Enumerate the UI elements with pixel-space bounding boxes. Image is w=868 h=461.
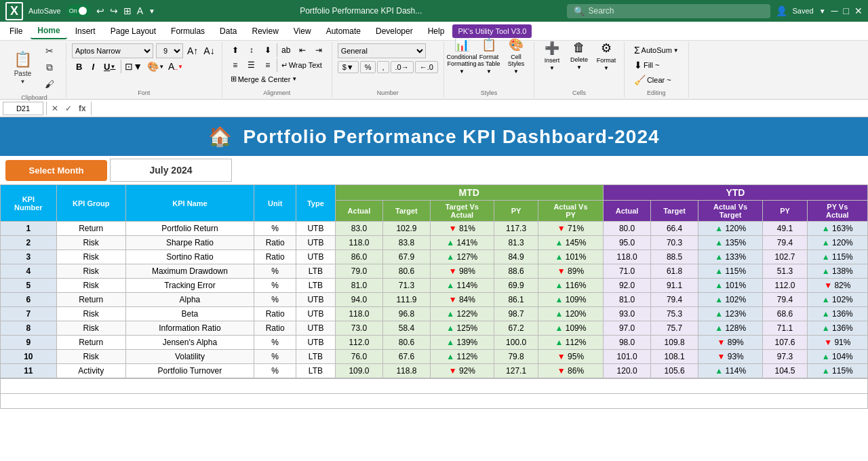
insert-dropdown[interactable]: ▼ (549, 65, 555, 71)
mtd-tva-cell: ▼ 98% (430, 264, 494, 279)
mtd-target-cell: 83.8 (383, 236, 430, 250)
profile-icon[interactable]: 👤 (776, 5, 787, 16)
menu-developer[interactable]: Developer (369, 24, 420, 39)
autosum-button[interactable]: Σ AutoSum ▼ (630, 43, 683, 57)
format-table-dropdown[interactable]: ▼ (486, 68, 492, 75)
font-size-select[interactable]: 9 (156, 43, 183, 58)
down-arrow-icon: ▼ (557, 224, 566, 233)
fill-button[interactable]: ⬇ Fill ~ (630, 58, 664, 72)
menu-pk-utility[interactable]: PK's Utility Tool V3.0 (452, 24, 532, 38)
ytd-header: YTD (603, 185, 867, 201)
align-left-icon[interactable]: ≡ (228, 59, 243, 71)
down-arrow-icon: ▼ (717, 338, 726, 347)
delete-button[interactable]: 🗑 Delete ▼ (567, 43, 591, 68)
menu-view[interactable]: View (287, 24, 318, 39)
delete-dropdown[interactable]: ▼ (576, 64, 582, 71)
decrease-font-icon[interactable]: A↓ (202, 45, 216, 56)
wrap-text-button[interactable]: ↵ Wrap Text (279, 60, 325, 71)
menu-file[interactable]: File (3, 24, 29, 39)
menu-help[interactable]: Help (421, 24, 452, 39)
merge-center-button[interactable]: ⊞ Merge & Center ▼ (228, 73, 300, 85)
menu-insert[interactable]: Insert (68, 24, 102, 39)
cond-format-dropdown[interactable]: ▼ (459, 68, 465, 75)
paste-dropdown[interactable]: ▼ (20, 79, 26, 85)
formula-input[interactable] (94, 104, 865, 113)
mtd-header: MTD (335, 185, 603, 201)
align-right-icon[interactable]: ≡ (260, 59, 275, 71)
indent-decrease-icon[interactable]: ⇤ (295, 44, 310, 56)
redo-icon[interactable]: ↪ (110, 5, 118, 16)
cell-styles-button[interactable]: 🎨 Cell Styles ▼ (504, 43, 528, 68)
bold-button[interactable]: B (72, 60, 86, 73)
select-month-button[interactable]: Select Month (5, 160, 107, 181)
ytd-target-cell: 75.7 (651, 321, 698, 336)
up-arrow-icon: ▲ (446, 323, 454, 333)
font-color-icon[interactable]: A (137, 5, 143, 16)
clear-button[interactable]: 🧹 Clear ~ (630, 73, 675, 87)
close-icon[interactable]: ✕ (854, 5, 863, 16)
kpi-name-cell: Maximum Drawdown (125, 264, 254, 279)
copy-button[interactable]: ⧉ (39, 60, 60, 75)
mtd-py-cell: 88.6 (494, 264, 538, 279)
align-bottom-icon[interactable]: ⬇ (260, 44, 275, 56)
currency-button[interactable]: $▼ (338, 61, 359, 73)
format-button[interactable]: ⚙ Format ▼ (594, 43, 618, 68)
cell-styles-dropdown[interactable]: ▼ (513, 68, 519, 75)
cancel-icon[interactable]: ✕ (50, 104, 60, 113)
kpi-type-cell: LTB (296, 279, 335, 293)
kpi-type-cell: UTB (296, 336, 335, 350)
font-color-btn[interactable]: A_▼ (167, 61, 184, 72)
undo-icon[interactable]: ↩ (96, 5, 104, 16)
align-center-icon[interactable]: ☰ (244, 59, 259, 71)
merge-dropdown-icon[interactable]: ▼ (292, 76, 297, 82)
conditional-formatting-button[interactable]: 📊 Conditional Formatting ▼ (450, 43, 474, 68)
text-direction-icon[interactable]: ab (279, 44, 294, 56)
menu-review[interactable]: Review (245, 24, 285, 39)
align-top-icon[interactable]: ⬆ (228, 44, 243, 56)
ytd-py-cell: 104.5 (763, 364, 807, 378)
cell-reference-input[interactable] (3, 102, 43, 115)
paste-button[interactable]: 📋 Paste ▼ (8, 45, 37, 91)
menu-home[interactable]: Home (31, 23, 66, 39)
insert-function-icon[interactable]: fx (77, 104, 88, 113)
mtd-actual-header: Actual (335, 201, 383, 222)
indent-increase-icon[interactable]: ⇥ (311, 44, 326, 56)
increase-font-icon[interactable]: A↑ (186, 45, 199, 56)
mtd-tva-cell: ▲ 141% (430, 236, 494, 250)
border-icon[interactable]: ⊡▼ (123, 61, 144, 72)
increase-decimal-button[interactable]: .0→ (391, 61, 414, 73)
kpi-table-container[interactable]: Select Month July 2024 KPINumber KPI Gro… (0, 156, 868, 461)
percent-button[interactable]: % (360, 61, 376, 73)
menu-data[interactable]: Data (213, 24, 243, 39)
format-dropdown[interactable]: ▼ (604, 65, 609, 71)
quick-access-more[interactable]: ▼ (149, 7, 155, 15)
dashboard-header: 🏠 Portfolio Performance KPI Dashboard-20… (0, 117, 868, 156)
comma-button[interactable]: , (377, 61, 389, 73)
excel-logo: X (5, 2, 23, 20)
confirm-icon[interactable]: ✓ (63, 104, 74, 113)
fill-color-icon[interactable]: 🎨▼ (146, 61, 165, 72)
col-header-kpi-name: KPI Name (125, 185, 254, 222)
format-as-table-button[interactable]: 📋 Format as Table ▼ (477, 43, 501, 68)
search-bar[interactable]: 🔍 Search (567, 4, 770, 18)
autosave-toggle[interactable]: On (66, 5, 91, 17)
menu-page-layout[interactable]: Page Layout (104, 24, 163, 39)
format-painter-button[interactable]: 🖌 (39, 77, 60, 92)
restore-icon[interactable]: □ (844, 5, 849, 16)
decrease-decimal-button[interactable]: ←.0 (415, 61, 438, 73)
align-middle-icon[interactable]: ↕ (244, 44, 259, 56)
italic-button[interactable]: I (87, 60, 98, 73)
menu-formulas[interactable]: Formulas (164, 24, 212, 39)
insert-button[interactable]: ➕ Insert ▼ (540, 43, 564, 68)
underline-button[interactable]: U▼ (100, 60, 119, 73)
autosum-dropdown[interactable]: ▼ (673, 47, 679, 54)
conditional-formatting-icon: 📊 (454, 37, 469, 52)
grid-icon[interactable]: ⊞ (123, 5, 132, 16)
menu-automate[interactable]: Automate (319, 24, 368, 39)
font-family-select[interactable]: Aptos Narrow (72, 43, 153, 58)
saved-dropdown-icon[interactable]: ▼ (819, 7, 826, 15)
kpi-group-cell: Return (56, 222, 125, 236)
minimize-icon[interactable]: ─ (831, 5, 838, 16)
cut-button[interactable]: ✂ (39, 43, 60, 58)
number-format-select[interactable]: General (338, 43, 426, 58)
